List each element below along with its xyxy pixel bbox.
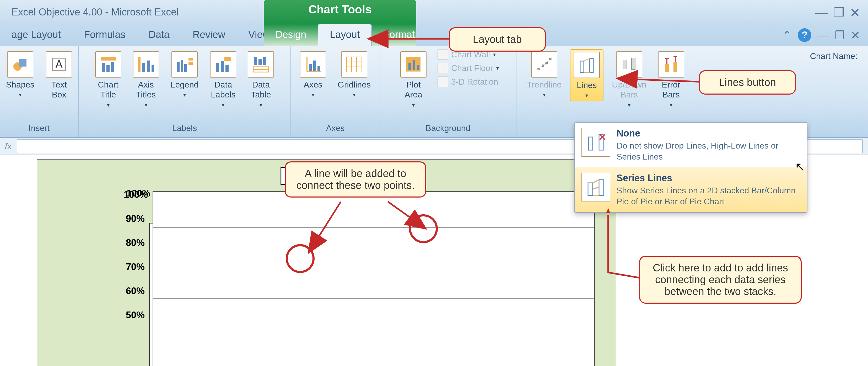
svg-rect-14 xyxy=(184,64,187,72)
updown-bars-button[interactable]: Up/Down Bars ▾ xyxy=(609,49,650,110)
svg-rect-10 xyxy=(147,61,150,72)
error-bars-icon xyxy=(658,52,684,77)
lines-menu-series-lines[interactable]: Series Lines Show Series Lines on a 2D s… xyxy=(575,167,807,212)
chart-tools-tabs: Design Layout Format xyxy=(264,24,416,46)
tick-50: 50% xyxy=(126,310,145,321)
chevron-down-icon: ▾ xyxy=(19,92,22,98)
chart-name-label: Chart Name: xyxy=(810,52,858,61)
axis-titles-button[interactable]: Axis Titles ▾ xyxy=(130,49,162,110)
ribbon-group-background: Plot Area ▾ Chart Wall ▾ Chart Floor ▾ 3… xyxy=(380,46,517,137)
help-icon[interactable]: ? xyxy=(798,28,811,42)
svg-rect-9 xyxy=(142,63,145,72)
chart-floor-icon xyxy=(438,63,448,73)
tab-review[interactable]: Review xyxy=(181,24,237,46)
svg-rect-1 xyxy=(19,59,27,67)
text-box-button[interactable]: A Text Box xyxy=(43,49,75,102)
svg-rect-5 xyxy=(102,63,105,72)
svg-rect-13 xyxy=(181,60,183,72)
legend-button[interactable]: Legend ▾ xyxy=(167,49,202,100)
data-table-button[interactable]: Data Table ▾ xyxy=(245,49,277,110)
tab-formulas[interactable]: Formulas xyxy=(72,24,137,46)
series-lines-icon xyxy=(582,173,610,201)
tick-100: 100% xyxy=(124,189,148,200)
svg-rect-23 xyxy=(263,57,266,65)
window-restore-icon[interactable]: ❐ xyxy=(834,29,845,42)
chevron-down-icon: ▾ xyxy=(353,92,355,98)
svg-rect-21 xyxy=(254,57,257,65)
svg-rect-18 xyxy=(221,61,224,72)
tick-90: 90% xyxy=(126,213,145,224)
lines-button[interactable]: Lines ▾ xyxy=(570,49,603,101)
rotation-button[interactable]: 3-D Rotation xyxy=(438,76,499,87)
svg-text:A: A xyxy=(56,58,63,70)
svg-rect-19 xyxy=(225,65,228,72)
ribbon-group-axes: Axes ▾ Gridlines ▾ Axes xyxy=(291,46,380,137)
tick-70: 70% xyxy=(126,262,145,272)
none-icon xyxy=(582,128,610,157)
chart-wall-icon xyxy=(438,49,448,60)
svg-rect-17 xyxy=(216,63,219,72)
tick-60: 60% xyxy=(126,286,145,297)
svg-line-63 xyxy=(593,187,599,189)
chevron-down-icon: ▾ xyxy=(145,102,147,108)
svg-rect-16 xyxy=(188,62,193,65)
axes-button[interactable]: Axes ▾ xyxy=(297,49,329,100)
chevron-down-icon: ▾ xyxy=(222,102,224,108)
tabrow-right-controls: ⌃ ? — ❐ ✕ xyxy=(782,28,860,42)
tick-80: 80% xyxy=(126,237,145,248)
text-box-icon: A xyxy=(46,52,72,77)
group-label-insert: Insert xyxy=(29,121,50,135)
updown-bars-icon xyxy=(616,52,642,77)
shapes-button[interactable]: Shapes ▾ xyxy=(3,49,38,100)
chevron-down-icon: ▾ xyxy=(183,92,186,98)
svg-rect-45 xyxy=(590,59,593,73)
ribbon-tabs: age Layout Formulas Data Review View Des… xyxy=(0,24,868,46)
window-title: Excel Objective 4.00 - Microsoft Excel xyxy=(0,6,179,18)
tab-page-layout[interactable]: age Layout xyxy=(0,24,72,46)
svg-rect-15 xyxy=(188,58,193,61)
chevron-down-icon: ▾ xyxy=(543,92,546,98)
svg-rect-61 xyxy=(599,180,604,195)
svg-rect-31 xyxy=(347,57,362,72)
close-icon[interactable]: ✕ xyxy=(850,5,860,20)
svg-rect-60 xyxy=(588,183,593,195)
svg-rect-48 xyxy=(623,60,627,69)
menu-none-title: None xyxy=(617,128,800,139)
error-bars-button[interactable]: Error Bars ▾ xyxy=(655,49,687,110)
plot-area-button[interactable]: Plot Area ▾ xyxy=(397,49,430,110)
lines-menu-none[interactable]: None Do not show Drop Lines, High-Low Li… xyxy=(575,123,807,167)
chevron-down-icon: ▾ xyxy=(670,102,673,108)
svg-rect-29 xyxy=(313,61,316,71)
svg-rect-12 xyxy=(177,62,180,72)
svg-rect-56 xyxy=(589,137,593,150)
svg-rect-51 xyxy=(674,62,677,72)
rotation-icon xyxy=(438,76,448,87)
tab-data[interactable]: Data xyxy=(137,24,181,46)
restore-icon[interactable]: ❐ xyxy=(833,5,844,20)
tab-design[interactable]: Design xyxy=(264,24,318,46)
annotation-circle-left xyxy=(286,244,315,273)
chart-title-button[interactable]: Chart Title ▾ xyxy=(92,49,125,110)
fx-icon[interactable]: fx xyxy=(5,141,11,152)
window-minimize-icon[interactable]: — xyxy=(817,29,829,42)
trendline-button[interactable]: Trendline ▾ xyxy=(524,49,565,100)
minimize-icon[interactable]: — xyxy=(815,5,828,20)
plot-area[interactable] xyxy=(153,191,595,366)
group-label-axes: Axes xyxy=(326,121,344,135)
data-labels-icon xyxy=(210,52,236,77)
svg-rect-8 xyxy=(138,57,141,72)
ribbon-minimize-icon[interactable]: ⌃ xyxy=(782,29,792,42)
legend-icon xyxy=(172,52,198,77)
chart-floor-button[interactable]: Chart Floor ▾ xyxy=(438,63,499,73)
menu-none-desc: Do not show Drop Lines, High-Low Lines o… xyxy=(617,140,800,162)
data-labels-button[interactable]: Data Labels ▾ xyxy=(207,49,239,110)
window-close-icon[interactable]: ✕ xyxy=(850,29,860,42)
tab-layout[interactable]: Layout xyxy=(318,24,372,46)
svg-rect-20 xyxy=(224,57,231,61)
tab-format[interactable]: Format xyxy=(372,24,426,46)
ribbon-group-labels: Chart Title ▾ Axis Titles ▾ Legend ▾ Dat… xyxy=(79,46,291,137)
menu-series-title: Series Lines xyxy=(617,173,800,184)
chevron-down-icon: ▾ xyxy=(585,92,588,99)
gridlines-button[interactable]: Gridlines ▾ xyxy=(335,49,374,100)
gridlines-icon xyxy=(341,52,367,77)
